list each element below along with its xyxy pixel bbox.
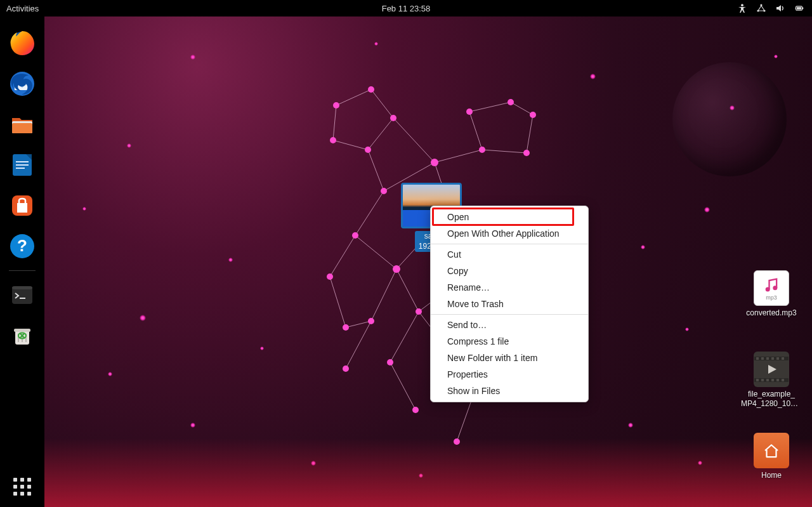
svg-rect-66 [771,379,774,381]
clock[interactable]: Feb 11 23:58 [382,4,431,13]
wallpaper-star [698,461,702,465]
svg-point-50 [343,324,349,331]
svg-point-43 [368,318,374,324]
desktop-icon-mp4[interactable]: file_example_ MP4_1280_10M… [741,352,802,409]
svg-rect-22 [14,329,30,332]
context-menu-send-to[interactable]: Send to… [431,317,588,333]
svg-rect-64 [761,379,764,381]
svg-point-26 [365,147,371,153]
svg-point-46 [412,407,419,413]
context-menu-show-in-files[interactable]: Show in Files [431,383,588,399]
wallpaper-star [228,258,233,262]
wallpaper-star [311,461,316,466]
svg-point-39 [327,273,333,280]
dock-app-files[interactable] [6,109,38,140]
wallpaper-planet [672,62,787,176]
context-menu-rename[interactable]: Rename… [431,279,588,296]
context-menu-cut[interactable]: Cut [431,246,588,263]
svg-point-38 [352,232,358,239]
wallpaper-star [127,143,131,148]
battery-icon[interactable] [794,3,804,13]
wallpaper-star [628,423,633,428]
svg-rect-19 [12,286,32,289]
svg-point-27 [330,137,336,143]
activities-button[interactable]: Activities [0,4,39,13]
launcher-dock: ? [0,16,44,507]
wallpaper-star [82,207,86,211]
dock-app-help[interactable]: ? [6,230,38,262]
context-menu-open-with[interactable]: Open With Other Application [431,225,588,242]
desktop-icon-home[interactable]: Home [741,433,802,480]
status-area[interactable] [737,3,812,13]
svg-point-53 [773,286,777,290]
svg-rect-58 [761,357,764,360]
svg-point-41 [416,308,422,315]
wallpaper-star [140,315,146,321]
desktop[interactable]: mp3 converted.mp3 file_example_ MP4_1280… [44,16,812,507]
show-applications-button[interactable] [11,475,34,498]
file-badge: mp3 [766,294,777,301]
context-menu-copy[interactable]: Copy [431,263,588,279]
context-menu-compress[interactable]: Compress 1 file [431,333,588,350]
svg-rect-57 [756,357,759,360]
audio-file-icon: mp3 [754,270,789,306]
svg-rect-5 [802,8,803,10]
desktop-icon-label: Home [741,471,802,480]
wallpaper-star [108,372,112,376]
svg-rect-61 [776,357,779,360]
context-menu-open[interactable]: Open [431,209,588,225]
wallpaper-star [590,74,596,79]
svg-point-32 [479,147,485,153]
svg-point-24 [368,86,374,93]
dock-app-thunderbird[interactable] [6,68,38,100]
svg-point-40 [393,265,400,273]
wallpaper-star [260,346,264,350]
dock-app-terminal[interactable] [6,279,38,311]
desktop-icon-label: MP4_1280_10M… [741,399,802,409]
wallpaper-star [774,55,778,58]
dock-app-software[interactable] [6,190,38,221]
svg-rect-12 [16,161,29,162]
svg-point-31 [523,150,530,156]
volume-icon[interactable] [775,3,785,13]
svg-point-23 [333,102,339,109]
home-folder-icon [754,433,789,468]
top-menu-bar: Activities Feb 11 23:58 [0,0,812,16]
svg-point-29 [508,99,514,105]
wallpaper-glow [44,431,812,507]
desktop-icon-label: file_example_ [741,390,802,399]
svg-point-25 [390,115,396,121]
wallpaper-star [374,42,378,46]
wallpaper-star [685,327,689,331]
svg-text:?: ? [17,236,27,255]
svg-point-28 [466,109,473,115]
svg-rect-63 [756,379,759,381]
svg-rect-67 [776,379,779,381]
svg-rect-68 [782,379,784,381]
dock-app-writer[interactable] [6,149,38,181]
svg-point-44 [343,365,349,372]
svg-point-33 [431,159,438,166]
wallpaper-star [704,207,710,213]
wallpaper-star [641,245,645,249]
svg-rect-10 [12,123,32,133]
desktop-icon-label: converted.mp3 [741,308,802,318]
svg-point-48 [454,438,460,445]
dock-app-trash[interactable] [6,320,38,352]
context-menu-move-to-trash[interactable]: Move to Trash [431,296,588,312]
context-menu-properties[interactable]: Properties [431,366,588,383]
svg-rect-62 [782,357,784,360]
svg-rect-14 [16,168,25,169]
svg-rect-59 [766,357,769,360]
video-file-icon [754,352,789,387]
wallpaper-star [190,423,195,428]
desktop-icon-mp3[interactable]: mp3 converted.mp3 [741,270,802,318]
svg-rect-20 [20,298,25,299]
accessibility-icon[interactable] [737,3,747,13]
context-menu-separator [431,244,588,244]
svg-point-52 [766,287,770,291]
svg-point-0 [741,4,743,6]
dock-app-firefox[interactable] [6,27,38,59]
context-menu-new-folder[interactable]: New Folder with 1 item [431,350,588,366]
network-icon[interactable] [756,3,766,13]
